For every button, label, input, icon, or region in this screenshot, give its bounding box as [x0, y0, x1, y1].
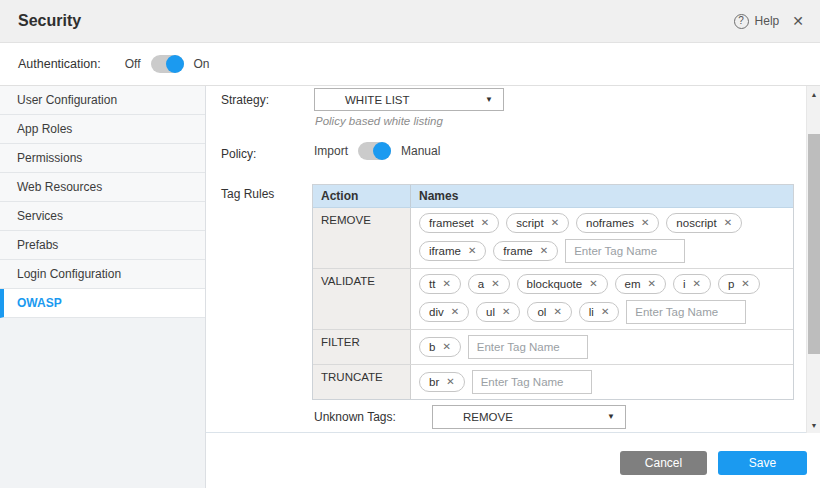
- sidebar-item-services[interactable]: Services: [0, 202, 205, 231]
- dialog-footer: Cancel Save: [206, 433, 820, 488]
- remove-tag-icon[interactable]: ✕: [741, 279, 749, 289]
- tag-chip-label: br: [429, 376, 439, 388]
- remove-tag-icon[interactable]: ✕: [481, 218, 489, 228]
- strategy-select[interactable]: WHITE LIST ▼: [314, 88, 504, 111]
- remove-tag-icon[interactable]: ✕: [553, 307, 561, 317]
- close-icon[interactable]: ✕: [792, 13, 804, 29]
- help-label: Help: [755, 14, 780, 28]
- remove-tag-icon[interactable]: ✕: [724, 218, 732, 228]
- names-cell: br✕: [411, 365, 793, 399]
- help-icon: ?: [734, 14, 749, 29]
- tag-chip-label: frameset: [429, 217, 474, 229]
- remove-tag-icon[interactable]: ✕: [451, 307, 459, 317]
- content-panel: Strategy: WHITE LIST ▼ Policy based whit…: [206, 86, 820, 488]
- dialog-header: Security ? Help ✕: [0, 0, 820, 43]
- sidebar-item-prefabs[interactable]: Prefabs: [0, 231, 205, 260]
- page-title: Security: [18, 12, 81, 30]
- remove-tag-icon[interactable]: ✕: [551, 218, 559, 228]
- tag-chip: frameset✕: [419, 213, 499, 233]
- sidebar-item-label: App Roles: [17, 122, 72, 136]
- tag-chip: blockquote✕: [517, 274, 608, 294]
- header-actions: ? Help ✕: [734, 13, 804, 29]
- authentication-toggle[interactable]: [151, 55, 184, 73]
- sidebar-item-label: Prefabs: [17, 238, 58, 252]
- tag-rule-row: REMOVEframeset✕script✕noframes✕noscript✕…: [313, 208, 793, 269]
- auth-off-label: Off: [125, 57, 141, 71]
- remove-tag-icon[interactable]: ✕: [693, 279, 701, 289]
- remove-tag-icon[interactable]: ✕: [442, 342, 450, 352]
- sidebar-item-label: Login Configuration: [17, 267, 121, 281]
- scroll-down-icon[interactable]: ▼: [807, 418, 820, 432]
- tag-chip-label: iframe: [429, 245, 461, 257]
- scrollbar-thumb[interactable]: [808, 134, 820, 354]
- tag-chip: em✕: [615, 274, 666, 294]
- tag-rules-table-header: Action Names: [313, 185, 793, 208]
- unknown-tags-select-value: REMOVE: [463, 411, 513, 423]
- remove-tag-icon[interactable]: ✕: [502, 307, 510, 317]
- sidebar-item-label: Services: [17, 209, 63, 223]
- remove-tag-icon[interactable]: ✕: [442, 279, 450, 289]
- tag-rule-row: FILTERb✕: [313, 330, 793, 365]
- sidebar-item-web-resources[interactable]: Web Resources: [0, 173, 205, 202]
- enter-tag-name-input[interactable]: [472, 370, 592, 394]
- sidebar-item-label: OWASP: [17, 296, 62, 310]
- auth-bar: Authentication: Off On: [0, 43, 820, 85]
- remove-tag-icon[interactable]: ✕: [601, 307, 609, 317]
- sidebar: User ConfigurationApp RolesPermissionsWe…: [0, 86, 206, 488]
- security-dialog: Security ? Help ✕ Authentication: Off On…: [0, 0, 820, 488]
- tag-chip-label: ul: [486, 306, 495, 318]
- policy-import-label: Import: [314, 144, 348, 158]
- unknown-tags-select[interactable]: REMOVE ▼: [432, 405, 626, 429]
- policy-label: Policy:: [221, 147, 256, 161]
- policy-toggle[interactable]: [358, 142, 391, 160]
- policy-toggle-row: Import Manual: [314, 142, 440, 160]
- tag-chip: ol✕: [527, 302, 571, 322]
- tag-chip: li✕: [579, 302, 620, 322]
- remove-tag-icon[interactable]: ✕: [468, 246, 476, 256]
- tag-chip-label: blockquote: [527, 278, 583, 290]
- cancel-button[interactable]: Cancel: [620, 451, 707, 475]
- tag-chip: ul✕: [476, 302, 520, 322]
- vertical-scrollbar[interactable]: ▲ ▼: [806, 86, 820, 433]
- tag-chip: tt✕: [419, 274, 461, 294]
- sidebar-item-user-configuration[interactable]: User Configuration: [0, 86, 205, 115]
- enter-tag-name-input[interactable]: [626, 300, 746, 324]
- sidebar-item-owasp[interactable]: OWASP: [0, 289, 205, 318]
- policy-manual-label: Manual: [401, 144, 440, 158]
- tag-chip: br✕: [419, 372, 465, 392]
- main-region: User ConfigurationApp RolesPermissionsWe…: [0, 85, 820, 488]
- sidebar-item-label: Permissions: [17, 151, 82, 165]
- strategy-hint: Policy based white listing: [315, 115, 443, 127]
- tag-chip: noframes✕: [576, 213, 659, 233]
- toggle-knob: [166, 55, 184, 73]
- remove-tag-icon[interactable]: ✕: [589, 279, 597, 289]
- tag-chip: a✕: [468, 274, 510, 294]
- tag-chip-label: a: [478, 278, 484, 290]
- scroll-up-icon[interactable]: ▲: [807, 87, 820, 101]
- remove-tag-icon[interactable]: ✕: [491, 279, 499, 289]
- action-cell: FILTER: [313, 330, 411, 364]
- sidebar-item-app-roles[interactable]: App Roles: [0, 115, 205, 144]
- action-cell: TRUNCATE: [313, 365, 411, 399]
- sidebar-item-login-configuration[interactable]: Login Configuration: [0, 260, 205, 289]
- chevron-down-icon: ▼: [485, 96, 493, 104]
- remove-tag-icon[interactable]: ✕: [641, 218, 649, 228]
- tag-chip-label: noframes: [586, 217, 634, 229]
- sidebar-item-label: User Configuration: [17, 93, 117, 107]
- authentication-label: Authentication:: [18, 57, 101, 71]
- enter-tag-name-input[interactable]: [565, 239, 685, 263]
- enter-tag-name-input[interactable]: [468, 335, 588, 359]
- remove-tag-icon[interactable]: ✕: [446, 377, 454, 387]
- tag-chip-label: p: [728, 278, 734, 290]
- tag-chip-label: div: [429, 306, 444, 318]
- toggle-knob: [373, 142, 391, 160]
- save-button[interactable]: Save: [718, 451, 807, 475]
- sidebar-item-permissions[interactable]: Permissions: [0, 144, 205, 173]
- remove-tag-icon[interactable]: ✕: [648, 279, 656, 289]
- tag-chip: iframe✕: [419, 241, 486, 261]
- tag-chip-label: script: [516, 217, 543, 229]
- strategy-select-value: WHITE LIST: [345, 94, 410, 106]
- remove-tag-icon[interactable]: ✕: [540, 246, 548, 256]
- help-button[interactable]: ? Help: [734, 14, 780, 29]
- names-cell: tt✕a✕blockquote✕em✕i✕p✕div✕ul✕ol✕li✕: [411, 269, 793, 329]
